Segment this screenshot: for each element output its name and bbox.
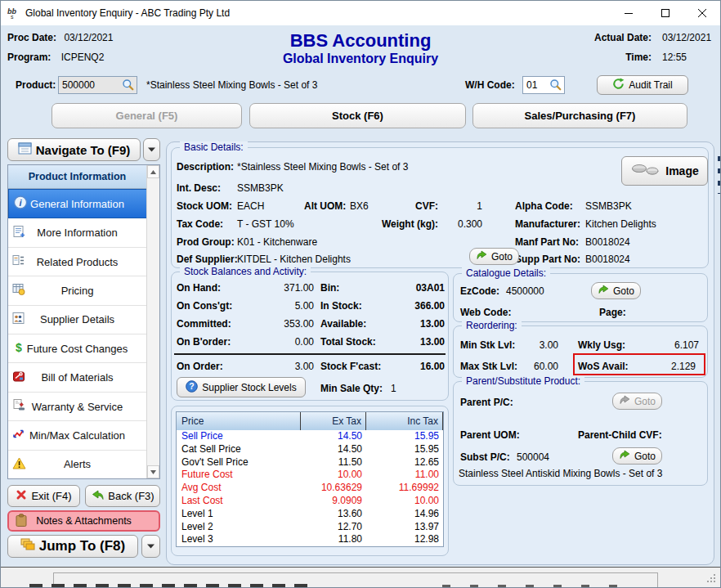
price-row-cat-sell-price[interactable]: Cat Sell Price14.5015.95 — [177, 443, 443, 456]
wos-avail-label: WoS Avail: — [578, 361, 629, 372]
jump-to-label: Jump To (F8) — [39, 538, 125, 554]
sidebar-item-more-information[interactable]: More Information — [8, 218, 159, 247]
navigate-to-dropdown[interactable] — [143, 138, 160, 161]
audit-trail-button[interactable]: Audit Trail — [597, 75, 688, 95]
max-stk-label: Max Stk Lvl: — [460, 361, 517, 372]
bom-tool-icon — [12, 370, 25, 385]
price-row-sell-price[interactable]: Sell Price14.5015.95 — [177, 430, 443, 443]
actual-date-label: Actual Date: — [524, 32, 652, 43]
sidebar-item-bill-of-materials[interactable]: Bill of Materials — [8, 363, 159, 392]
time-label: Time: — [524, 52, 652, 63]
col-price: Price — [177, 412, 301, 430]
maximize-button[interactable] — [647, 1, 683, 25]
price-row-level-3[interactable]: Level 311.8012.98 — [177, 533, 443, 546]
pricing-grid-icon — [12, 283, 25, 298]
wos-avail-value: 2.129 — [647, 361, 696, 372]
stock-balances-title: Stock Balances and Activity: — [180, 266, 311, 277]
question-icon: ? — [186, 380, 198, 395]
min-sale-qty-value: 1 — [391, 383, 396, 394]
on-consgt-label: On Cons'gt: — [177, 300, 232, 312]
stock-fcast-value: 16.00 — [355, 361, 445, 372]
background-window-sliver — [29, 584, 307, 587]
back-button[interactable]: Back (F3) — [85, 485, 160, 507]
stamp-icon — [12, 399, 25, 415]
parent-substitute-panel: Parent/Substitute Product: Parent P/C: G… — [453, 381, 708, 486]
weight-value: 0.300 — [441, 218, 482, 230]
ezcode-goto-button[interactable]: Goto — [591, 282, 641, 299]
jump-to-dropdown[interactable] — [141, 535, 160, 558]
exit-button[interactable]: Exit (F4) — [7, 485, 80, 507]
supplier-stock-levels-button[interactable]: ? Supplier Stock Levels — [177, 377, 306, 397]
sidebar-item-pricing[interactable]: Pricing — [8, 276, 159, 305]
nav-scrollbar[interactable] — [146, 165, 159, 478]
stock-separator — [174, 353, 446, 355]
notes-attachments-button[interactable]: Notes & Attachments — [7, 510, 160, 532]
document-plus-icon — [12, 225, 25, 240]
jump-to-button[interactable]: Jump To (F8) — [7, 535, 138, 558]
sidebar-item-label: Bill of Materials — [41, 371, 113, 384]
scroll-up-arrow[interactable] — [147, 165, 159, 178]
goto-label: Goto — [634, 451, 656, 462]
wh-search-icon[interactable] — [549, 79, 562, 93]
tab-general[interactable]: General (F5) — [52, 103, 242, 128]
price-row-govt-sell-price[interactable]: Gov't Sell Price11.5012.65 — [177, 456, 443, 469]
price-row-level-2[interactable]: Level 212.7013.97 — [177, 521, 443, 534]
page-label: Page: — [599, 307, 626, 318]
def-supplier-value: KITDEL - Kitchen Delights — [237, 254, 351, 265]
sidebar-item-alerts[interactable]: Alerts — [8, 451, 159, 478]
scroll-down-arrow[interactable] — [147, 465, 159, 478]
subst-goto-button[interactable]: Goto — [612, 447, 662, 465]
bin-value: 03A01 — [355, 282, 445, 294]
minimize-button[interactable] — [610, 1, 647, 25]
sidebar-item-warranty-service[interactable]: Warranty & Service — [8, 393, 159, 421]
app-window: bbs Global Inventory Enquiry - ABC Tradi… — [0, 0, 721, 588]
sidebar-item-min-max-calculation[interactable]: Min/Max Calculation — [8, 421, 159, 450]
committed-label: Committed: — [177, 318, 231, 330]
background-window-sliver — [442, 585, 618, 587]
price-table-header: Price Ex Tax Inc Tax — [177, 412, 443, 430]
supplier-goto-button[interactable]: Goto — [469, 248, 519, 265]
tab-stock[interactable]: Stock (F6) — [249, 103, 466, 128]
stock-uom-label: Stock UOM: — [177, 200, 232, 212]
on-order-label: On Order: — [177, 361, 223, 372]
sidebar-item-related-products[interactable]: Related Products — [8, 248, 159, 276]
int-desc-value: SSMB3PK — [237, 182, 284, 194]
price-row-avg-cost[interactable]: Avg Cost10.6362911.69992 — [177, 482, 443, 495]
main-content: Basic Details: Description: *Stainless S… — [166, 141, 714, 565]
close-button[interactable] — [683, 1, 720, 25]
svg-text:$: $ — [16, 341, 22, 354]
sidebar-item-future-cost-changes[interactable]: $ Future Cost Changes — [8, 334, 159, 363]
sidebar-item-label: Alerts — [64, 458, 91, 470]
sidebar-item-label: Pricing — [61, 285, 94, 297]
tab-sales-purchasing[interactable]: Sales/Purchasing (F7) — [472, 103, 687, 128]
product-description: *Stainless Steel Mixing Bowls - Set of 3 — [146, 79, 317, 91]
price-row-future-cost[interactable]: Future Cost10.0011.00 — [177, 469, 443, 482]
image-button[interactable]: Image — [621, 156, 708, 186]
on-border-label: On B'order: — [177, 336, 231, 348]
navigate-to-button[interactable]: Navigate To (F9) — [7, 138, 141, 161]
sidebar-item-supplier-details[interactable]: Supplier Details — [8, 306, 159, 334]
max-stk-value: 60.00 — [519, 361, 558, 372]
background-window-sliver — [718, 156, 720, 194]
wh-code-label: W/H Code: — [465, 79, 515, 91]
product-label: Product: — [16, 79, 56, 91]
supp-part-value: B0018024 — [585, 254, 630, 265]
svg-text:s: s — [11, 14, 14, 20]
parent-goto-button[interactable]: Goto — [612, 393, 662, 410]
related-list-icon — [12, 254, 25, 270]
sidebar-item-general-information[interactable]: i General Information — [8, 189, 159, 218]
price-row-last-cost[interactable]: Last Cost9.090910.00 — [177, 495, 443, 508]
sidebar-item-label: Warranty & Service — [32, 401, 123, 413]
bin-label: Bin: — [320, 282, 339, 294]
product-search-icon[interactable] — [122, 79, 134, 93]
supplier-people-icon — [12, 312, 25, 327]
price-row-level-1[interactable]: Level 113.6014.96 — [177, 508, 443, 521]
image-label: Image — [665, 164, 698, 177]
resize-grip[interactable] — [706, 573, 716, 586]
navigate-to-label: Navigate To (F9) — [36, 143, 131, 157]
parent-substitute-title: Parent/Substitute Product: — [462, 375, 584, 387]
prod-group-value: K01 - Kitchenware — [237, 236, 317, 248]
prod-group-label: Prod Group: — [177, 236, 235, 248]
int-desc-label: Int. Desc: — [177, 182, 221, 194]
manufacturer-label: Manufacturer: — [515, 218, 580, 230]
